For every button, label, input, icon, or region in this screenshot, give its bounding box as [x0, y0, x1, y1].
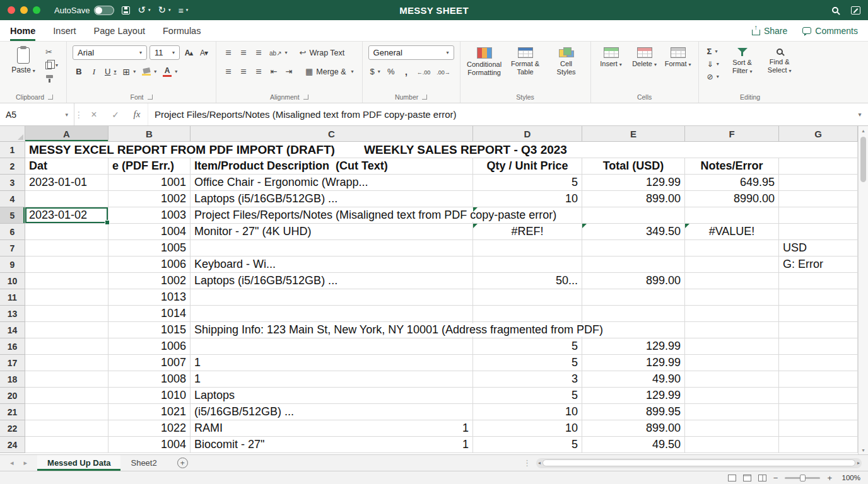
cell-F9[interactable] — [685, 256, 779, 273]
row-header-10[interactable]: 10 — [0, 273, 25, 289]
cell-B6[interactable]: 1004 — [108, 224, 191, 240]
cell-E6[interactable]: 349.50 — [582, 224, 685, 240]
cell-D18[interactable]: 3 — [473, 371, 582, 388]
tab-formulas[interactable]: Formulas — [163, 20, 201, 41]
cell-F20[interactable] — [685, 388, 779, 404]
comma-style-button[interactable]: , — [400, 65, 413, 79]
cell-D11[interactable] — [473, 289, 582, 306]
cell-F11[interactable] — [685, 289, 779, 306]
page-break-view-button[interactable] — [758, 475, 766, 481]
cell-G6[interactable] — [779, 224, 858, 240]
minimize-window-button[interactable] — [20, 6, 28, 14]
cell-F5[interactable] — [685, 207, 779, 224]
cell-C21[interactable]: (i5/16GB/512GB) ... — [191, 404, 473, 420]
increase-decimal-button[interactable] — [415, 65, 433, 79]
comments-button[interactable]: Comments — [802, 26, 858, 36]
cell-G10[interactable] — [779, 273, 858, 289]
scroll-up-button[interactable]: ▴ — [859, 126, 868, 135]
cell-G20[interactable] — [779, 388, 858, 404]
column-header-G[interactable]: G — [779, 126, 858, 142]
align-top-button[interactable] — [222, 46, 235, 60]
font-dialog-launcher[interactable] — [148, 95, 153, 100]
underline-button[interactable]: U — [103, 65, 118, 79]
cell-A17[interactable] — [25, 355, 108, 371]
bold-button[interactable]: B — [73, 65, 85, 79]
cell-G13[interactable] — [779, 306, 858, 322]
format-painter-button[interactable] — [43, 73, 61, 84]
cell-A11[interactable] — [25, 289, 108, 306]
cell-B18[interactable]: 1008 — [108, 371, 191, 388]
align-right-button[interactable] — [252, 65, 265, 79]
borders-button[interactable] — [120, 65, 138, 79]
row-header-5[interactable]: 5 — [0, 207, 25, 224]
sort-filter-button[interactable]: Sort & Filter — [726, 46, 759, 76]
column-header-C[interactable]: C — [191, 126, 473, 142]
zoom-in-button[interactable]: + — [827, 473, 832, 483]
cell-A4[interactable] — [25, 191, 108, 207]
cell-G24[interactable] — [779, 437, 858, 453]
increase-indent-button[interactable] — [283, 65, 295, 79]
scroll-down-button[interactable]: ▾ — [859, 446, 868, 454]
select-all-corner[interactable] — [0, 126, 25, 142]
cell-G17[interactable] — [779, 355, 858, 371]
cut-button[interactable] — [43, 47, 61, 57]
cell-C11[interactable] — [191, 289, 473, 306]
cell-G7[interactable]: USD — [779, 240, 858, 256]
fill-color-button[interactable] — [140, 65, 158, 79]
format-as-table-button[interactable]: Format & Table — [507, 46, 544, 78]
row-header-13[interactable]: 13 — [0, 306, 25, 322]
merge-center-button[interactable]: Merge & — [303, 66, 356, 78]
align-middle-button[interactable] — [237, 46, 250, 60]
column-header-A[interactable]: A — [25, 126, 108, 142]
row-header-1[interactable]: 1 — [0, 142, 25, 158]
row-header-17[interactable]: 17 — [0, 355, 25, 371]
cell-C3[interactable]: Office Chair - Ergonomic (Wrapp... — [191, 175, 473, 191]
italic-button[interactable]: I — [88, 65, 100, 79]
row-header-21[interactable]: 21 — [0, 404, 25, 420]
tab-page-layout[interactable]: Page Layout — [94, 20, 145, 41]
cell-F22[interactable] — [685, 420, 779, 437]
cell-C9[interactable]: Keyboard - Wi... — [191, 256, 473, 273]
cell-D21[interactable]: 10 — [473, 404, 582, 420]
cell-E21[interactable]: 899.95 — [582, 404, 685, 420]
tab-home[interactable]: Home — [10, 20, 35, 41]
cell-F13[interactable] — [685, 306, 779, 322]
cell-A21[interactable] — [25, 404, 108, 420]
formula-bar-expand-button[interactable]: ▾ — [852, 103, 868, 125]
cell-F16[interactable] — [685, 338, 779, 355]
paste-button[interactable]: Paste — [8, 46, 38, 76]
scroll-right-button[interactable]: ▸ — [857, 460, 860, 466]
cell-E4[interactable]: 899.00 — [582, 191, 685, 207]
cell-C7[interactable] — [191, 240, 473, 256]
cell-A14[interactable] — [25, 322, 108, 338]
row-header-16[interactable]: 16 — [0, 338, 25, 355]
cell-D3[interactable]: 5 — [473, 175, 582, 191]
font-color-button[interactable]: A — [161, 65, 179, 79]
vertical-scrollbar-thumb[interactable] — [860, 137, 866, 182]
cell-B13[interactable]: 1014 — [108, 306, 191, 322]
cell-A2[interactable]: Dat — [25, 158, 108, 175]
cell-E2[interactable]: Total (USD) — [582, 158, 685, 175]
formula-cancel-button[interactable] — [83, 103, 105, 125]
row-header-3[interactable]: 3 — [0, 175, 25, 191]
cell-A1[interactable]: MESSY EXCEL REPORT FROM PDF IMPORT (DRAF… — [25, 142, 858, 158]
column-header-E[interactable]: E — [582, 126, 685, 142]
decrease-decimal-button[interactable] — [435, 65, 452, 79]
cell-D9[interactable] — [473, 256, 582, 273]
cell-B11[interactable]: 1013 — [108, 289, 191, 306]
cell-A22[interactable] — [25, 420, 108, 437]
delete-cells-button[interactable]: Delete — [630, 46, 659, 69]
cell-G18[interactable] — [779, 371, 858, 388]
zoom-slider-thumb[interactable] — [800, 475, 806, 481]
row-header-14[interactable]: 14 — [0, 322, 25, 338]
cell-E16[interactable]: 129.99 — [582, 338, 685, 355]
cell-F6[interactable]: #VALUE! — [685, 224, 779, 240]
horizontal-scrollbar-thumb[interactable] — [542, 459, 855, 466]
copy-button[interactable] — [43, 60, 61, 71]
row-header-11[interactable]: 11 — [0, 289, 25, 306]
cell-C16[interactable] — [191, 338, 473, 355]
sheet-nav-right-icon[interactable]: ▸ — [24, 459, 28, 467]
cell-C2[interactable]: Item/Product Description (Cut Text) — [191, 158, 473, 175]
cell-F3[interactable]: 649.95 — [685, 175, 779, 191]
number-format-select[interactable]: General — [368, 45, 454, 60]
